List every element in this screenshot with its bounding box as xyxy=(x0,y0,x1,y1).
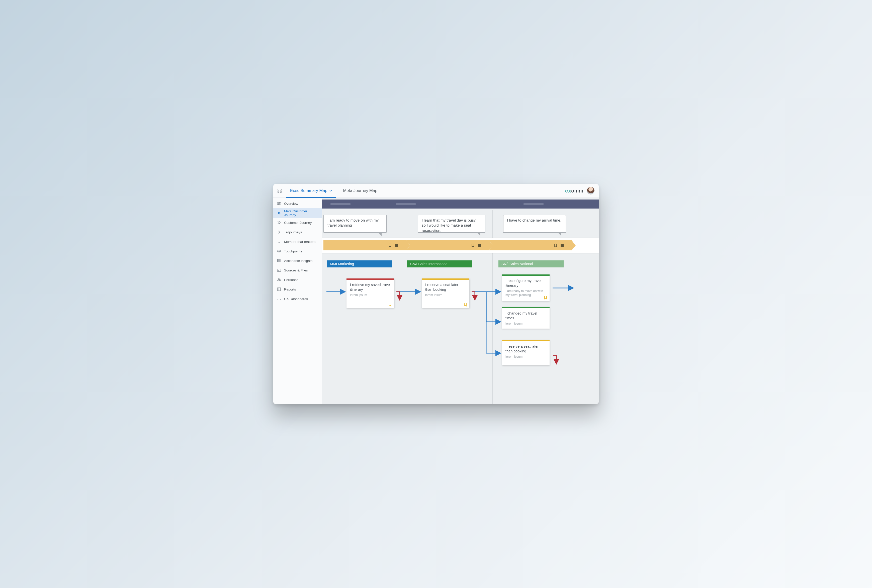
sidebar-item-label: Personas xyxy=(284,278,299,282)
svg-rect-2 xyxy=(278,191,279,192)
card-accent xyxy=(502,274,549,276)
category-label[interactable]: SN/I Sales National xyxy=(498,260,564,267)
svg-point-10 xyxy=(279,279,280,280)
bookmark-icon xyxy=(277,240,281,244)
stage-row xyxy=(322,238,599,253)
card-subtitle: lorem ipsum xyxy=(350,293,391,297)
svg-point-4 xyxy=(279,250,279,252)
sidebar-item-label: Touchpoints xyxy=(284,249,302,253)
bar-chart-icon xyxy=(277,297,281,301)
svg-rect-3 xyxy=(280,191,281,192)
sidebar: OverviewMeta Customer JourneyCustomer Jo… xyxy=(273,198,322,404)
sidebar-item-reports[interactable]: Reports xyxy=(273,285,322,294)
card-subtitle: I am ready to move on with my travel pla… xyxy=(506,289,546,297)
quote-text: I have to change my arrival time. xyxy=(507,218,561,222)
map-icon xyxy=(277,201,281,206)
users-icon xyxy=(277,278,281,282)
phase-chevron[interactable] xyxy=(387,200,515,208)
quote-text: I am ready to move on with my travel pla… xyxy=(327,218,378,227)
category-label[interactable]: SN/I Sales International xyxy=(407,260,472,267)
menu-icon[interactable] xyxy=(560,243,564,248)
stage-chevron[interactable] xyxy=(489,240,572,250)
tab-exec-summary[interactable]: Exec Summary Map xyxy=(286,184,336,198)
svg-point-5 xyxy=(277,260,278,260)
sidebar-item-personas[interactable]: Personas xyxy=(273,275,322,285)
journey-card[interactable]: I reconfigure my travel itinerary I am r… xyxy=(502,274,549,301)
list-icon xyxy=(277,259,281,262)
quote-text: I learn that my travel day is busy, so I… xyxy=(422,218,476,232)
svg-rect-11 xyxy=(278,288,281,291)
bookmark-icon[interactable] xyxy=(471,243,475,248)
sidebar-item-label: Moment-that-matters xyxy=(284,240,315,244)
svg-rect-0 xyxy=(278,189,279,190)
chevrons-right-icon xyxy=(277,220,281,225)
stage-chevron[interactable] xyxy=(323,240,406,250)
tab-label: Meta Journey Map xyxy=(343,188,378,193)
card-accent xyxy=(347,279,394,280)
bookmark-icon[interactable] xyxy=(388,303,392,306)
phase-placeholder xyxy=(524,203,543,205)
brand-cx: cx xyxy=(565,188,571,194)
stage-chevron[interactable] xyxy=(406,240,489,250)
persona-quote[interactable]: I have to change my arrival time. xyxy=(503,215,566,233)
app-frame: Exec Summary Map Meta Journey Map cxomnı… xyxy=(273,184,599,404)
sidebar-item-meta-customer-journey[interactable]: Meta Customer Journey xyxy=(273,208,322,218)
apps-grid-icon[interactable] xyxy=(278,189,282,193)
card-accent xyxy=(502,307,549,308)
card-accent xyxy=(422,279,469,280)
sidebar-item-label: Sources & Files xyxy=(284,268,308,272)
sidebar-item-label: Overview xyxy=(284,202,298,206)
tab-separator xyxy=(338,188,338,194)
card-subtitle: lorem ipsum xyxy=(506,355,546,358)
sidebar-item-label: Actionable Insights xyxy=(284,259,312,262)
chevrons-right-icon xyxy=(277,211,281,215)
card-title: I reserve a seat later than booking xyxy=(425,282,466,292)
sidebar-item-label: Meta Customer Journey xyxy=(284,209,318,217)
phase-chevron[interactable] xyxy=(515,200,599,208)
bookmark-icon[interactable] xyxy=(554,243,558,248)
bookmark-icon[interactable] xyxy=(388,243,392,248)
journey-card[interactable]: I retrieve my saved travel itinerary lor… xyxy=(347,279,394,308)
card-subtitle: lorem ipsum xyxy=(506,322,546,326)
sidebar-item-overview[interactable]: Overview xyxy=(273,199,322,208)
sidebar-item-label: Customer Journey xyxy=(284,221,312,225)
journey-card[interactable]: I reserve a seat later than booking lore… xyxy=(422,279,469,308)
sidebar-item-label: Reports xyxy=(284,288,296,291)
menu-icon[interactable] xyxy=(395,243,399,248)
sidebar-item-customer-journey[interactable]: Customer Journey xyxy=(273,218,322,227)
journey-card[interactable]: I changed my travel times lorem ipsum xyxy=(502,307,549,328)
bookmark-icon[interactable] xyxy=(463,303,467,306)
persona-quote[interactable]: I am ready to move on with my travel pla… xyxy=(323,215,387,233)
sidebar-item-cx-dashboards[interactable]: CX Dashboards xyxy=(273,294,322,303)
menu-icon[interactable] xyxy=(477,243,481,248)
sidebar-item-sources-files[interactable]: Sources & Files xyxy=(273,266,322,275)
journey-card[interactable]: I reserve a seat later than booking lore… xyxy=(502,340,549,365)
category-label[interactable]: MMI Marketing xyxy=(327,260,392,267)
phase-row xyxy=(322,198,599,210)
sidebar-item-touchpoints[interactable]: Touchpoints xyxy=(273,246,322,256)
svg-point-6 xyxy=(277,260,278,261)
tab-meta-journey[interactable]: Meta Journey Map xyxy=(339,184,381,198)
eye-icon xyxy=(277,249,281,253)
journey-canvas[interactable]: I am ready to move on with my travel pla… xyxy=(322,198,599,404)
sidebar-item-label: Teiljourneys xyxy=(284,230,302,234)
persona-quote[interactable]: I learn that my travel day is busy, so I… xyxy=(418,215,485,233)
cast-icon xyxy=(277,268,281,272)
card-title: I reserve a seat later than booking xyxy=(506,344,546,354)
sidebar-item-moment-that-matters[interactable]: Moment-that-matters xyxy=(273,237,322,246)
svg-point-9 xyxy=(278,279,279,280)
card-subtitle: lorem ipsum xyxy=(425,293,466,297)
svg-point-7 xyxy=(277,261,278,262)
card-title: I reconfigure my travel itinerary xyxy=(506,279,546,288)
avatar[interactable] xyxy=(587,187,594,195)
header-bar: Exec Summary Map Meta Journey Map cxomnı xyxy=(273,184,599,198)
brand-logo: cxomnı xyxy=(565,187,594,195)
phase-chevron[interactable] xyxy=(322,200,387,208)
bookmark-icon[interactable] xyxy=(543,296,548,300)
grid-icon xyxy=(277,287,281,291)
sidebar-item-teiljourneys[interactable]: Teiljourneys xyxy=(273,227,322,237)
chevron-right-icon xyxy=(277,230,281,234)
sidebar-item-actionable-insights[interactable]: Actionable Insights xyxy=(273,256,322,266)
header-tabs: Exec Summary Map Meta Journey Map xyxy=(286,184,381,198)
phase-placeholder xyxy=(396,203,416,205)
